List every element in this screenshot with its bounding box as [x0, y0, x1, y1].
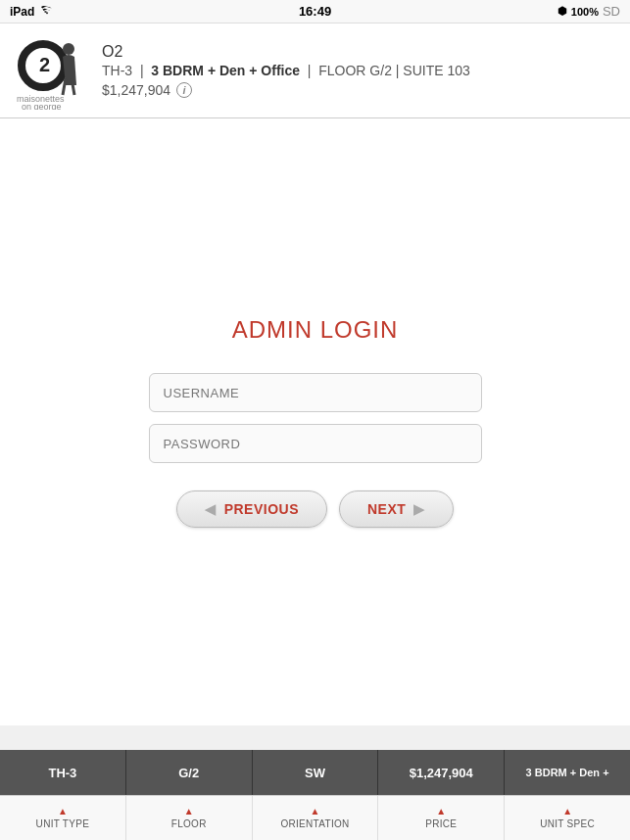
- tab-orientation[interactable]: SW: [253, 750, 379, 795]
- text-price: PRICE: [425, 818, 457, 829]
- status-right: ⬢ 100% SD: [557, 4, 620, 19]
- right-arrow-icon: ▶: [413, 501, 425, 517]
- tab-floor[interactable]: G/2: [126, 750, 253, 795]
- logo-area: 2 maisonettes on george: [12, 31, 90, 110]
- next-button[interactable]: NEXT ▶: [339, 490, 454, 528]
- password-input[interactable]: [149, 424, 482, 463]
- arrow-floor: ▲: [184, 807, 194, 817]
- tab-unit-type[interactable]: TH-3: [0, 750, 126, 795]
- status-bar: iPad 16:49 ⬢ 100% SD: [0, 0, 630, 23]
- arrow-unit-type: ▲: [58, 807, 68, 817]
- text-floor: FLOOR: [171, 818, 207, 829]
- price-value: $1,247,904: [102, 82, 170, 98]
- unit-line: TH-3 | 3 BDRM + Den + Office | FLOOR G/2…: [102, 63, 618, 78]
- price-line: $1,247,904 i: [102, 82, 618, 98]
- floor-suite: FLOOR G/2 | SUITE 103: [318, 63, 470, 78]
- svg-text:on george: on george: [22, 102, 62, 110]
- label-floor[interactable]: ▲ FLOOR: [126, 796, 253, 840]
- label-unit-type[interactable]: ▲ UNIT TYPE: [0, 796, 126, 840]
- next-label: NEXT: [367, 501, 406, 517]
- left-arrow-icon: ◀: [205, 501, 217, 517]
- carrier-label: iPad: [10, 5, 34, 19]
- tab-unit-spec[interactable]: 3 BDRM + Den +: [505, 750, 630, 795]
- svg-text:2: 2: [39, 54, 50, 75]
- previous-label: PREVIOUS: [224, 501, 299, 517]
- arrow-orientation: ▲: [311, 807, 320, 817]
- status-left: iPad: [10, 5, 54, 19]
- brand-name: O2: [102, 43, 618, 61]
- label-unit-spec[interactable]: ▲ UNIT SPEC: [505, 796, 630, 840]
- arrow-price: ▲: [436, 807, 446, 817]
- login-form: [149, 373, 482, 463]
- bluetooth-icon: ⬢: [557, 5, 567, 18]
- arrow-unit-spec: ▲: [562, 807, 572, 817]
- svg-point-2: [63, 43, 74, 55]
- app-header: 2 maisonettes on george O2 TH-3 | 3 BDRM…: [0, 23, 630, 118]
- label-orientation[interactable]: ▲ ORIENTATION: [253, 796, 379, 840]
- previous-button[interactable]: ◀ PREVIOUS: [176, 490, 327, 528]
- bottom-labels: ▲ UNIT TYPE ▲ FLOOR ▲ ORIENTATION ▲ PRIC…: [0, 795, 630, 840]
- status-time: 16:49: [299, 4, 331, 19]
- label-price[interactable]: ▲ PRICE: [378, 796, 505, 840]
- admin-login-title: ADMIN LOGIN: [232, 316, 399, 344]
- battery-label: 100%: [571, 6, 599, 18]
- button-row: ◀ PREVIOUS NEXT ▶: [149, 490, 482, 528]
- main-content: ADMIN LOGIN ◀ PREVIOUS NEXT ▶: [0, 118, 630, 725]
- unit-description: 3 BDRM + Den + Office: [151, 63, 300, 78]
- bottom-bar: TH-3 G/2 SW $1,247,904 3 BDRM + Den + ▲ …: [0, 750, 630, 840]
- tab-price[interactable]: $1,247,904: [378, 750, 505, 795]
- info-icon[interactable]: i: [176, 82, 192, 98]
- text-unit-spec: UNIT SPEC: [540, 818, 595, 829]
- user-initials: SD: [603, 4, 620, 19]
- text-orientation: ORIENTATION: [280, 818, 349, 829]
- text-unit-type: UNIT TYPE: [36, 818, 90, 829]
- wifi-icon: [40, 5, 54, 19]
- header-info: O2 TH-3 | 3 BDRM + Den + Office | FLOOR …: [102, 43, 618, 98]
- unit-id: TH-3: [102, 63, 132, 78]
- username-input[interactable]: [149, 373, 482, 412]
- bottom-tabs: TH-3 G/2 SW $1,247,904 3 BDRM + Den +: [0, 750, 630, 795]
